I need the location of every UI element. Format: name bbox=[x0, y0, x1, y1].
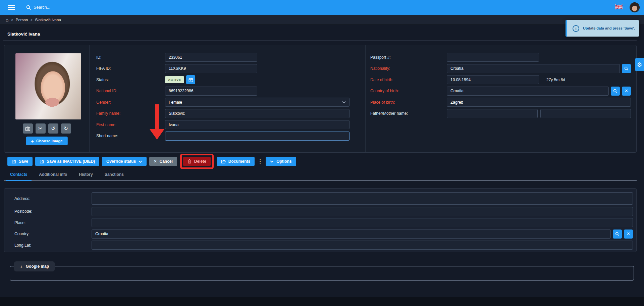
tab-sanctions[interactable]: Sanctions bbox=[105, 172, 124, 180]
country-of-birth-clear-button[interactable]: × bbox=[622, 87, 631, 96]
tab-history[interactable]: History bbox=[79, 172, 93, 180]
country-of-birth-input[interactable] bbox=[447, 87, 609, 96]
save-label: Save bbox=[19, 159, 28, 164]
camera-button[interactable] bbox=[23, 123, 33, 134]
override-status-label: Override status bbox=[106, 159, 136, 164]
fifa-id-label: FIFA ID: bbox=[90, 66, 165, 71]
google-map-button[interactable]: + Google map bbox=[14, 261, 55, 271]
fifa-id-input[interactable] bbox=[165, 64, 257, 73]
country-clear-button[interactable]: × bbox=[624, 230, 633, 239]
rotate-right-button[interactable]: ↻ bbox=[61, 123, 71, 134]
status-history-button[interactable] bbox=[186, 75, 195, 84]
family-name-input[interactable] bbox=[165, 109, 350, 118]
breadcrumb-separator: > bbox=[11, 18, 13, 22]
breadcrumb: ⌂ > Person > Slatković Ivana bbox=[0, 15, 644, 25]
place-of-birth-input[interactable] bbox=[447, 98, 631, 107]
plus-icon: + bbox=[20, 264, 23, 269]
status-badge: ACTIVE bbox=[165, 76, 184, 83]
address-input[interactable] bbox=[92, 192, 633, 205]
date-of-birth-label: Date of birth: bbox=[366, 78, 447, 82]
detail-tabs: Contacts Additional info History Sanctio… bbox=[4, 172, 637, 181]
national-id-input[interactable] bbox=[165, 87, 257, 96]
camera-icon bbox=[25, 126, 30, 131]
age-text: 27y 5m 8d bbox=[546, 78, 565, 82]
gender-select[interactable]: Female bbox=[165, 98, 350, 107]
save-inactive-button[interactable]: Save as INACTIVE (DIED) bbox=[35, 157, 99, 166]
search-icon bbox=[615, 232, 620, 236]
language-flag-icon[interactable] bbox=[615, 4, 623, 9]
country-label: Country: bbox=[4, 232, 92, 236]
options-button[interactable]: Options bbox=[266, 157, 296, 166]
chevron-down-icon bbox=[139, 160, 142, 163]
annotation-highlight-box: Delete bbox=[180, 154, 214, 169]
place-input[interactable] bbox=[92, 218, 633, 227]
longlat-input[interactable] bbox=[92, 241, 633, 250]
top-bar bbox=[0, 0, 644, 15]
title-divider bbox=[3, 40, 637, 41]
google-map-label: Google map bbox=[26, 264, 49, 269]
map-container bbox=[10, 266, 634, 280]
choose-image-button[interactable]: + Choose image bbox=[26, 137, 67, 145]
rotate-left-button[interactable]: ↺ bbox=[48, 123, 58, 134]
documents-label: Documents bbox=[228, 159, 250, 164]
status-label: Status: bbox=[90, 78, 165, 82]
person-fields-right: Passport #: Nationality: Date of birth: … bbox=[365, 45, 636, 152]
crop-button[interactable]: ✂ bbox=[36, 123, 46, 134]
place-of-birth-label: Place of birth: bbox=[366, 100, 447, 105]
breadcrumb-person[interactable]: Person bbox=[16, 18, 28, 22]
first-name-label: First name: bbox=[90, 122, 165, 127]
person-fields-left: ID: FIFA ID: Status: ACTIVE National ID:… bbox=[89, 45, 365, 152]
country-input[interactable] bbox=[92, 230, 611, 239]
choose-image-label: Choose image bbox=[36, 139, 63, 143]
national-id-label: National ID: bbox=[90, 89, 165, 93]
passport-label: Passport #: bbox=[366, 55, 447, 60]
save-button[interactable]: Save bbox=[7, 157, 33, 166]
family-name-label: Family name: bbox=[90, 111, 165, 116]
tab-additional-info[interactable]: Additional info bbox=[39, 172, 67, 180]
date-of-birth-input[interactable] bbox=[447, 75, 539, 84]
settings-flyout-button[interactable]: ⚙ bbox=[635, 58, 644, 71]
trash-icon bbox=[187, 159, 192, 164]
more-actions-icon[interactable]: ⋮ bbox=[258, 158, 263, 164]
close-icon: × bbox=[625, 88, 628, 94]
id-input[interactable] bbox=[165, 53, 257, 62]
gear-icon: ⚙ bbox=[637, 61, 642, 68]
folder-icon bbox=[221, 159, 226, 164]
father-name-input[interactable] bbox=[447, 109, 538, 118]
first-name-input[interactable] bbox=[165, 120, 350, 129]
rotate-right-icon: ↻ bbox=[64, 125, 68, 132]
action-bar: Save Save as INACTIVE (DIED) Override st… bbox=[7, 157, 296, 166]
country-of-birth-search-button[interactable] bbox=[611, 87, 620, 96]
place-label: Place: bbox=[4, 220, 92, 225]
nationality-input[interactable] bbox=[447, 64, 620, 73]
nationality-search-button[interactable] bbox=[622, 64, 631, 73]
delete-label: Delete bbox=[194, 159, 206, 164]
home-icon[interactable]: ⌂ bbox=[6, 17, 8, 22]
global-search[interactable] bbox=[26, 4, 80, 13]
cancel-button[interactable]: × Cancel bbox=[149, 157, 177, 166]
longlat-label: Long,Lat: bbox=[4, 243, 92, 248]
gender-label: Gender: bbox=[90, 100, 165, 105]
toast-accent-bar bbox=[566, 20, 567, 37]
address-label: Address: bbox=[4, 196, 92, 201]
mother-name-input[interactable] bbox=[540, 109, 631, 118]
tab-contacts[interactable]: Contacts bbox=[10, 172, 27, 180]
passport-input[interactable] bbox=[447, 53, 539, 62]
save-icon bbox=[12, 159, 16, 164]
chevron-down-icon bbox=[270, 160, 274, 163]
annotation-arrow-head bbox=[150, 129, 164, 140]
override-status-button[interactable]: Override status bbox=[102, 157, 147, 166]
search-input[interactable] bbox=[34, 5, 77, 10]
postcode-input[interactable] bbox=[92, 207, 633, 216]
documents-button[interactable]: Documents bbox=[217, 157, 255, 166]
options-label: Options bbox=[276, 159, 291, 164]
country-search-button[interactable] bbox=[613, 230, 622, 239]
country-of-birth-label: Country of birth: bbox=[366, 89, 447, 93]
close-icon: × bbox=[627, 231, 630, 237]
toast-message: Update data and press 'Save'. bbox=[583, 26, 638, 31]
delete-button[interactable]: Delete bbox=[183, 157, 211, 166]
save-inactive-label: Save as INACTIVE (DIED) bbox=[47, 159, 95, 164]
menu-icon[interactable] bbox=[8, 4, 15, 11]
short-name-input[interactable] bbox=[165, 132, 350, 141]
user-avatar[interactable] bbox=[630, 2, 640, 12]
